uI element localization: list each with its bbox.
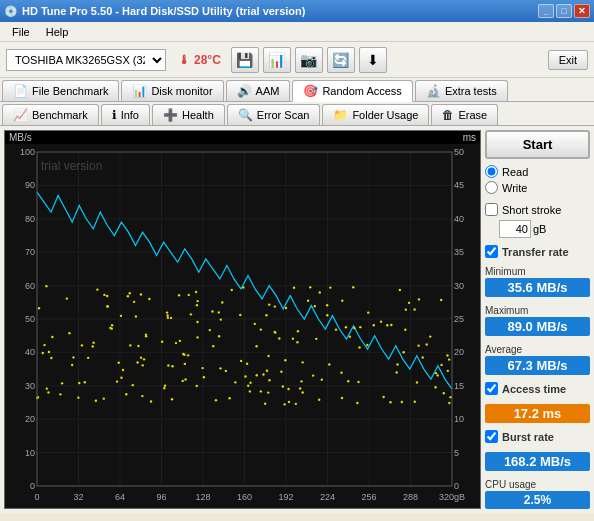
info-icon: ℹ [112,108,117,122]
start-button[interactable]: Start [485,130,590,159]
burst-rate-value: 168.2 MB/s [485,452,590,471]
chart-container: MB/s ms [4,130,481,509]
exit-button[interactable]: Exit [548,50,588,70]
burst-rate-row: Burst rate [485,430,590,443]
titlebar-left: 💿 HD Tune Pro 5.50 - Hard Disk/SSD Utili… [4,5,305,18]
benchmark-icon: 📈 [13,108,28,122]
burst-rate-label: Burst rate [502,431,554,443]
transfer-rate-row: Transfer rate [485,245,590,258]
burst-rate-checkbox[interactable] [485,430,498,443]
right-panel: Start Read Write Short stroke gB Transfe… [485,130,590,509]
chart-header: MB/s ms [5,131,480,144]
spinbox-unit: gB [533,223,546,235]
access-time-label: Access time [502,383,566,395]
burst-rate-section: 168.2 MB/s [485,451,590,471]
access-time-value: 17.2 ms [485,404,590,423]
average-section: Average 67.3 MB/s [485,344,590,375]
access-time-checkbox[interactable] [485,382,498,395]
tabs-row2: 📈 Benchmark ℹ Info ➕ Health 🔍 Error Scan… [0,102,594,126]
drive-selector[interactable]: TOSHIBA MK3265GSX (320 gB) [6,49,166,71]
menu-help[interactable]: Help [38,24,77,40]
toolbar: TOSHIBA MK3265GSX (320 gB) 🌡 28°C 💾 📊 📷 … [0,42,594,78]
tab-health[interactable]: ➕ Health [152,104,225,125]
benchmark-chart [5,144,480,508]
tab-disk-monitor[interactable]: 📊 Disk monitor [121,80,223,101]
chart-canvas-wrapper [5,144,480,508]
tab-random-access[interactable]: 🎯 Random Access [292,80,412,102]
short-stroke-spinbox[interactable] [499,220,531,238]
refresh-button[interactable]: 🔄 [327,47,355,73]
error-scan-icon: 🔍 [238,108,253,122]
tab-extra-tests[interactable]: 🔬 Extra tests [415,80,508,101]
tab-erase[interactable]: 🗑 Erase [431,104,498,125]
file-benchmark-icon: 📄 [13,84,28,98]
transfer-rate-checkbox[interactable] [485,245,498,258]
titlebar-controls: _ □ ✕ [538,4,590,18]
average-label: Average [485,344,590,355]
temperature-value: 28°C [194,53,221,67]
short-stroke-row: Short stroke [485,203,590,216]
average-value: 67.3 MB/s [485,356,590,375]
titlebar: 💿 HD Tune Pro 5.50 - Hard Disk/SSD Utili… [0,0,594,22]
menubar: File Help [0,22,594,42]
write-radio-row: Write [485,181,590,194]
read-write-group: Read Write [485,163,590,196]
maximum-section: Maximum 89.0 MB/s [485,305,590,336]
health-icon: ➕ [163,108,178,122]
tabs-row1: 📄 File Benchmark 📊 Disk monitor 🔊 AAM 🎯 … [0,78,594,102]
main-content: MB/s ms Start Read Write Short stroke [0,126,594,513]
maximum-value: 89.0 MB/s [485,317,590,336]
erase-icon: 🗑 [442,108,454,122]
tab-file-benchmark[interactable]: 📄 File Benchmark [2,80,119,101]
extra-tests-icon: 🔬 [426,84,441,98]
transfer-rate-label: Transfer rate [502,246,569,258]
maximize-button[interactable]: □ [556,4,572,18]
temperature-display: 🌡 28°C [178,53,221,67]
maximum-label: Maximum [485,305,590,316]
access-time-section: 17.2 ms [485,403,590,423]
close-button[interactable]: ✕ [574,4,590,18]
minimum-section: Minimum 35.6 MB/s [485,266,590,297]
disk-monitor-icon: 📊 [132,84,147,98]
folder-usage-icon: 📁 [333,108,348,122]
short-stroke-checkbox[interactable] [485,203,498,216]
tab-aam[interactable]: 🔊 AAM [226,80,291,101]
disk-info-button[interactable]: 💾 [231,47,259,73]
disk-activity-button[interactable]: 📊 [263,47,291,73]
app-title: HD Tune Pro 5.50 - Hard Disk/SSD Utility… [22,5,305,17]
read-label: Read [502,166,528,178]
spinbox-row: gB [499,220,590,238]
minimize-button[interactable]: _ [538,4,554,18]
write-radio[interactable] [485,181,498,194]
tab-folder-usage[interactable]: 📁 Folder Usage [322,104,429,125]
tab-error-scan[interactable]: 🔍 Error Scan [227,104,321,125]
minimum-value: 35.6 MB/s [485,278,590,297]
cpu-usage-section: CPU usage 2.5% [485,479,590,509]
read-radio-row: Read [485,165,590,178]
tab-benchmark[interactable]: 📈 Benchmark [2,104,99,125]
aam-icon: 🔊 [237,84,252,98]
menu-file[interactable]: File [4,24,38,40]
app-icon: 💿 [4,5,18,18]
ms-label: ms [463,132,476,143]
mb-label: MB/s [9,132,32,143]
tab-info[interactable]: ℹ Info [101,104,150,125]
short-stroke-label: Short stroke [502,204,561,216]
disk-copy-button[interactable]: 📷 [295,47,323,73]
cpu-usage-value: 2.5% [485,491,590,509]
download-button[interactable]: ⬇ [359,47,387,73]
read-radio[interactable] [485,165,498,178]
minimum-label: Minimum [485,266,590,277]
access-time-row: Access time [485,382,590,395]
write-label: Write [502,182,527,194]
cpu-usage-label: CPU usage [485,479,590,490]
random-access-icon: 🎯 [303,84,318,98]
